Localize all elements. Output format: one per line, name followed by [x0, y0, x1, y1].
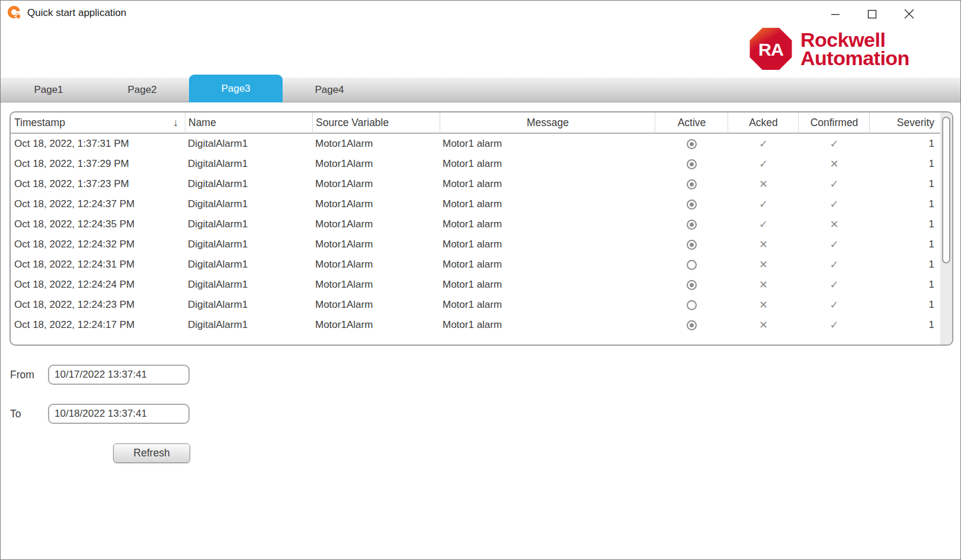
sort-descending-icon[interactable]: ↓ [173, 117, 178, 129]
confirmed-state-icon: ✓ [829, 279, 838, 290]
column-header-name[interactable]: Name [185, 112, 313, 134]
acked-state-icon: ✕ [759, 279, 768, 290]
wordmark-line2: Automation [800, 49, 909, 67]
active-state-icon [687, 179, 697, 189]
maximize-button[interactable] [854, 1, 890, 27]
minimize-icon [831, 9, 840, 19]
column-header-active[interactable]: Active [655, 112, 728, 134]
title-bar: Quick start application [1, 1, 960, 27]
vertical-scrollbar[interactable] [940, 112, 952, 345]
active-state-icon [687, 280, 697, 290]
column-header-source-variable[interactable]: Source Variable [313, 112, 440, 134]
cell-active [655, 315, 728, 335]
cell-active [655, 134, 728, 154]
window-controls [817, 1, 927, 27]
cell-source-variable: Motor1Alarm [313, 234, 440, 255]
tab-page3[interactable]: Page3 [189, 75, 283, 102]
cell-acked: ✓ [728, 214, 799, 234]
cell-name: DigitalAlarm1 [185, 275, 313, 295]
confirmed-state-icon: ✓ [829, 199, 838, 210]
cell-acked: ✕ [728, 275, 799, 295]
active-state-icon [687, 139, 697, 149]
cell-confirmed: ✓ [799, 315, 870, 335]
cell-acked: ✓ [728, 134, 799, 154]
column-header-severity[interactable]: Severity [870, 112, 940, 134]
cell-severity: 1 [870, 234, 940, 255]
table-row[interactable]: Oct 18, 2022, 1:37:29 PM DigitalAlarm1 M… [11, 154, 940, 174]
minimize-button[interactable] [817, 1, 854, 27]
alarm-history-table: Timestamp ↓ Name Source Variable Message… [9, 111, 953, 346]
maximize-icon [867, 9, 877, 19]
cell-name: DigitalAlarm1 [185, 174, 313, 194]
table-row[interactable]: Oct 18, 2022, 12:24:35 PM DigitalAlarm1 … [11, 214, 940, 234]
cell-confirmed: ✕ [799, 214, 870, 234]
table-row[interactable]: Oct 18, 2022, 1:37:23 PM DigitalAlarm1 M… [11, 174, 940, 194]
cell-timestamp: Oct 18, 2022, 1:37:31 PM [11, 134, 185, 154]
refresh-button[interactable]: Refresh [113, 443, 190, 463]
cell-message: Motor1 alarm [440, 234, 655, 255]
cell-active [655, 194, 728, 214]
confirmed-state-icon: ✓ [829, 139, 838, 149]
table-row[interactable]: Oct 18, 2022, 1:37:31 PM DigitalAlarm1 M… [11, 134, 940, 154]
table-row[interactable]: Oct 18, 2022, 12:24:32 PM DigitalAlarm1 … [11, 234, 940, 255]
confirmed-state-icon: ✕ [829, 159, 838, 169]
active-state-icon [687, 220, 697, 230]
cell-timestamp: Oct 18, 2022, 1:37:23 PM [11, 174, 185, 194]
cell-confirmed: ✓ [799, 134, 870, 154]
cell-acked: ✕ [728, 295, 799, 315]
cell-confirmed: ✓ [799, 295, 870, 315]
active-state-icon [687, 260, 697, 270]
scrollbar-thumb[interactable] [942, 117, 950, 263]
acked-state-icon: ✕ [759, 259, 768, 270]
from-date-input[interactable] [48, 365, 190, 385]
cell-confirmed: ✓ [799, 255, 870, 275]
cell-message: Motor1 alarm [440, 255, 655, 275]
tab-page4[interactable]: Page4 [283, 78, 376, 102]
active-state-icon [687, 159, 697, 169]
cell-message: Motor1 alarm [440, 315, 655, 335]
table-row[interactable]: Oct 18, 2022, 12:24:17 PM DigitalAlarm1 … [11, 315, 940, 335]
cell-severity: 1 [870, 214, 940, 234]
cell-source-variable: Motor1Alarm [313, 194, 440, 214]
cell-name: DigitalAlarm1 [185, 315, 313, 335]
cell-name: DigitalAlarm1 [185, 214, 313, 234]
cell-message: Motor1 alarm [440, 275, 655, 295]
tab-page2[interactable]: Page2 [95, 78, 189, 102]
column-header-confirmed[interactable]: Confirmed [799, 112, 870, 134]
cell-severity: 1 [870, 315, 940, 335]
column-header-message[interactable]: Message [440, 112, 655, 134]
cell-source-variable: Motor1Alarm [313, 295, 440, 315]
confirmed-state-icon: ✓ [829, 320, 838, 330]
cell-name: DigitalAlarm1 [185, 134, 313, 154]
table-row[interactable]: Oct 18, 2022, 12:24:24 PM DigitalAlarm1 … [11, 275, 940, 295]
cell-message: Motor1 alarm [440, 174, 655, 194]
tab-page1[interactable]: Page1 [2, 78, 95, 102]
table-row[interactable]: Oct 18, 2022, 12:24:31 PM DigitalAlarm1 … [11, 255, 940, 275]
column-header-timestamp[interactable]: Timestamp ↓ [11, 112, 185, 134]
acked-state-icon: ✓ [759, 199, 768, 210]
cell-timestamp: Oct 18, 2022, 12:24:35 PM [11, 214, 185, 234]
close-button[interactable] [890, 1, 927, 27]
cell-acked: ✕ [728, 174, 799, 194]
to-date-input[interactable] [48, 404, 190, 424]
cell-severity: 1 [870, 134, 940, 154]
cell-message: Motor1 alarm [440, 134, 655, 154]
cell-active [655, 174, 728, 194]
cell-acked: ✕ [728, 255, 799, 275]
ra-badge-text: RA [758, 39, 784, 59]
acked-state-icon: ✕ [759, 239, 768, 250]
cell-message: Motor1 alarm [440, 194, 655, 214]
tab-bar: Page1 Page2 Page3 Page4 [1, 78, 960, 102]
close-icon [904, 9, 914, 19]
acked-state-icon: ✕ [759, 320, 768, 330]
cell-source-variable: Motor1Alarm [313, 315, 440, 335]
cell-name: DigitalAlarm1 [185, 295, 313, 315]
table-row[interactable]: Oct 18, 2022, 12:24:23 PM DigitalAlarm1 … [11, 295, 940, 315]
table-row[interactable]: Oct 18, 2022, 12:24:37 PM DigitalAlarm1 … [11, 194, 940, 214]
acked-state-icon: ✓ [759, 219, 768, 230]
confirmed-state-icon: ✓ [829, 239, 838, 250]
cell-timestamp: Oct 18, 2022, 12:24:37 PM [11, 194, 185, 214]
column-header-acked[interactable]: Acked [728, 112, 799, 134]
confirmed-state-icon: ✓ [829, 259, 838, 270]
table-header-row: Timestamp ↓ Name Source Variable Message… [11, 112, 940, 134]
